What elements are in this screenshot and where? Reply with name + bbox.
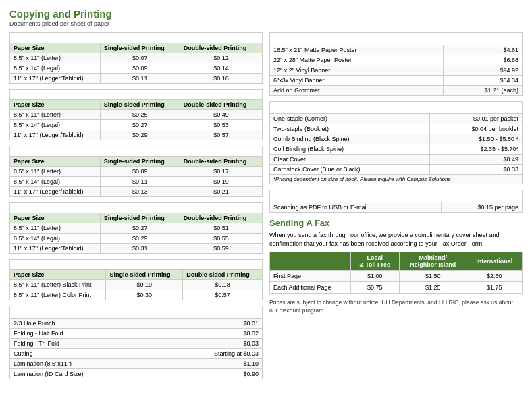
fax-cell: $1.50 [399, 271, 467, 282]
table-cell: $0.18 [183, 280, 263, 290]
table-cell: Starting at $0.03 [161, 349, 262, 359]
table-cell: $1.50 - $5.50 * [430, 134, 523, 144]
table-cell: 8.5" x 14" (Legal) [10, 234, 101, 244]
fax-empty-col [270, 252, 351, 271]
color20-col2: Single-sided Printing [100, 100, 180, 110]
table-row: 8.5" x 11" (Letter)$0.09$0.17 [10, 167, 263, 177]
bw24-header: Black and White Copying/Printing (24# Wh… [10, 146, 263, 157]
table-cell: $0.59 [180, 244, 262, 254]
fax-cell: $1.00 [350, 271, 399, 282]
table-cell: $0.10 [106, 280, 183, 290]
table-cell: Add on Grommet [270, 86, 444, 96]
bw20-col2: Single-sided Printing [100, 43, 180, 53]
table-cell: $6.68 [443, 55, 522, 65]
table-row: 11" x 17" (Ledger/Tabloid)$0.11$0.16 [10, 74, 263, 84]
table-cell: $0.29 [100, 130, 180, 140]
bw24-table: Black and White Copying/Printing (24# Wh… [9, 146, 263, 197]
table-cell: $0.51 [180, 223, 262, 234]
table-cell: $0.57 [180, 130, 262, 140]
table-row: 8.5" x 11" (Letter)$0.07$0.12 [10, 53, 263, 63]
table-row: 8.5" x 14" (Legal)$0.29$0.55 [10, 234, 263, 244]
colored20-col1: Paper Size [10, 270, 106, 280]
fax-cell: $2.50 [467, 271, 522, 282]
table-cell: 8.5" x 14" (Legal) [10, 120, 101, 130]
table-cell: $0.11 [100, 74, 180, 84]
table-cell: 8.5" x 11" (Letter) Color Print [10, 290, 106, 300]
fax-note: Prices are subject to change without not… [269, 299, 523, 315]
color24-col3: Double-sided Printing [180, 213, 262, 223]
table-row: One-staple (Corner)$0.01 per packet [270, 114, 523, 124]
table-row: Cardstock Cover (Blue or Black)$0.33 [270, 165, 523, 175]
fax-cell: $0.75 [350, 282, 399, 294]
color24-header: Color Copying/Printing (24# White Paper) [10, 203, 263, 213]
table-row: 22" x 28" Matte Paper Poster$6.68 [270, 55, 523, 65]
finishing-table: Finishing Options 2/3 Hole Punch$0.01Fol… [9, 306, 263, 379]
bw20-col1: Paper Size [10, 43, 101, 53]
table-row: Add on Grommet$1.21 (each) [270, 86, 523, 96]
table-row: 2/3 Hole Punch$0.01 [10, 319, 263, 329]
fax-cell: First Page [270, 271, 351, 282]
table-row: Folding - Half Fold$0.02 [10, 329, 263, 339]
table-cell: $0.02 [161, 329, 262, 339]
table-cell: 11" x 17" (Ledger/Tabloid) [10, 244, 101, 254]
table-cell: Clear Cover [270, 155, 430, 165]
table-cell: $0.27 [100, 120, 180, 130]
color20-table: Color Copying/Printing (20# White Paper)… [9, 89, 263, 140]
table-cell: $0.16 [180, 74, 262, 84]
binding-header: Binding Options [270, 102, 523, 114]
table-cell: Cardstock Cover (Blue or Black) [270, 165, 430, 175]
table-cell: 8.5" x 11" (Letter) [10, 223, 101, 234]
table-cell: $1.21 (each) [443, 86, 522, 96]
table-cell: $0.27 [100, 223, 180, 234]
table-cell: 11" x 17" (Ledger/Tabloid) [10, 187, 101, 197]
table-row: 8.5" x 11" (Letter) Color Print$0.30$0.5… [10, 290, 263, 300]
left-column: Black & White Copying/Printing (20# Whit… [9, 32, 263, 385]
bw24-col3: Double-sided Printing [180, 157, 262, 167]
table-cell: $0.12 [180, 53, 262, 63]
table-cell: $0.15 per page [441, 202, 523, 213]
table-row: Folding - Tri-Fold$0.03 [10, 339, 263, 349]
poster-table: Poster/Banner 16.5" x 21" Matte Paper Po… [269, 32, 523, 96]
table-cell: $0.01 per packet [430, 114, 523, 124]
table-row: 16.5" x 21" Matte Paper Poster$4.61 [270, 45, 523, 55]
table-cell: $94.92 [443, 65, 522, 76]
table-cell: 8.5" x 14" (Legal) [10, 63, 101, 74]
table-cell: 8.5" x 11" (Letter) Black Print [10, 280, 106, 290]
table-cell: $0.14 [180, 63, 262, 74]
table-cell: Folding - Half Fold [10, 329, 161, 339]
scanning-table: Scanning Scanning as PDF to USB or E-mai… [269, 190, 523, 213]
table-row: 8.5" x 14" (Legal)$0.27$0.53 [10, 120, 263, 130]
table-cell: 8.5" x 11" (Letter) [10, 167, 101, 177]
table-cell: $0.90 [161, 369, 262, 379]
colored20-table: Colored Paper (20# Paper) Paper Size Sin… [9, 259, 263, 300]
table-cell: Lamination (8.5"x11") [10, 359, 161, 369]
color24-col2: Single-sided Printing [100, 213, 180, 223]
poster-header: Poster/Banner [270, 33, 523, 45]
table-cell: $0.09 [100, 167, 180, 177]
table-cell: $0.01 [161, 319, 262, 329]
table-cell: $0.29 [100, 234, 180, 244]
color24-table: Color Copying/Printing (24# White Paper)… [9, 202, 263, 254]
table-cell: Folding - Tri-Fold [10, 339, 161, 349]
table-cell: 6"x3x Vinyl Banner [270, 76, 444, 86]
color20-col1: Paper Size [10, 100, 101, 110]
table-row: 8.5" x 11" (Letter)$0.25$0.49 [10, 110, 263, 120]
fax-title: Sending A Fax [269, 218, 523, 228]
table-cell: 22" x 28" Matte Paper Poster [270, 55, 444, 65]
table-cell: $0.30 [106, 290, 183, 300]
table-cell: $0.03 [161, 339, 262, 349]
table-row: 8.5" x 11" (Letter)$0.27$0.51 [10, 223, 263, 234]
table-row: 11" x 17" (Ledger/Tabloid)$0.31$0.59 [10, 244, 263, 254]
fax-rates-table: Local& Toll Free Mainland/Neighbor Islan… [269, 252, 523, 294]
finishing-header: Finishing Options [10, 306, 263, 319]
table-cell: $0.25 [100, 110, 180, 120]
table-cell: $64.34 [443, 76, 522, 86]
binding-footnote: *Pricing dependent on size of book. Plea… [270, 175, 523, 184]
table-cell: $0.49 [180, 110, 262, 120]
table-cell: $0.07 [100, 53, 180, 63]
color20-col3: Double-sided Printing [180, 100, 262, 110]
table-cell: $0.04 per booklet [430, 124, 523, 134]
bw20-col3: Double-sided Printing [180, 43, 262, 53]
table-row: 12" x 2" Vinyl Banner$94.92 [270, 65, 523, 76]
table-row: 11" x 17" (Ledger/Tabloid)$0.13$0.21 [10, 187, 263, 197]
